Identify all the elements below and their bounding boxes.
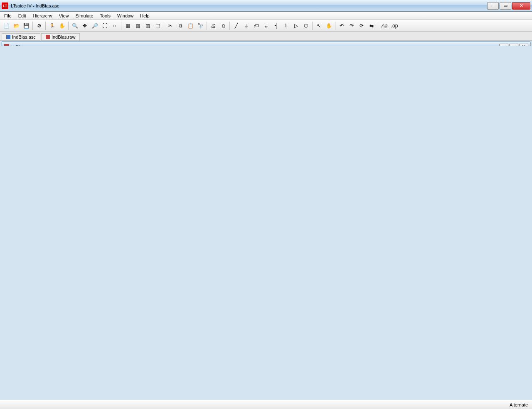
toolbar: 📄 📂 💾 ⚙ 🏃 ✋ 🔍 ✥ 🔎 ⛶ ↔ ▦ ▧ ▨ ⬚ ✂ ⧉ 📋 🔭 🖨 …	[0, 20, 532, 32]
redo-button[interactable]: ↷	[347, 21, 356, 30]
plot-window: IndBias.raw ─ ▭ ✕ V(n001)/I(V2) 15MΩ14MΩ…	[2, 42, 530, 46]
save-button[interactable]: 💾	[22, 21, 31, 30]
window-title: LTspice IV - IndBias.asc	[11, 3, 487, 8]
cut-button[interactable]: ✂	[166, 21, 175, 30]
menu-edit[interactable]: Edit	[15, 12, 30, 19]
find-button[interactable]: 🔭	[196, 21, 205, 30]
resistor-button[interactable]: ⏛	[261, 21, 271, 30]
plot-maximize-button[interactable]: ▭	[509, 44, 518, 46]
pan-button[interactable]: ✥	[80, 21, 89, 30]
rotate-button[interactable]: ⟳	[357, 21, 366, 30]
new-schematic-button[interactable]: 📄	[2, 21, 11, 30]
tab-waveform[interactable]: IndBias.raw	[41, 33, 80, 40]
text-button[interactable]: Aa	[380, 21, 389, 30]
wire-button[interactable]: ╱	[232, 21, 241, 30]
zoom-out-button[interactable]: 🔎	[90, 21, 99, 30]
menu-simulate[interactable]: Simulate	[72, 12, 96, 19]
paste-button[interactable]: 📋	[186, 21, 195, 30]
plot-minimize-button[interactable]: ─	[499, 44, 508, 46]
print-button[interactable]: 🖨	[209, 21, 218, 30]
close-button[interactable]: ✕	[512, 2, 530, 10]
menu-hierarchy[interactable]: Hierarchy	[30, 12, 56, 19]
component-button[interactable]: ⬡	[301, 21, 310, 30]
minimize-button[interactable]: ─	[487, 2, 499, 10]
menu-help[interactable]: Help	[137, 12, 153, 19]
plot-titlebar[interactable]: IndBias.raw ─ ▭ ✕	[2, 42, 530, 46]
drag-button[interactable]: ✋	[324, 21, 333, 30]
menu-file[interactable]: File	[1, 12, 15, 19]
menubar: File Edit Hierarchy View Simulate Tools …	[0, 12, 532, 20]
inductor-button[interactable]: ⌇	[281, 21, 291, 30]
pick-button[interactable]: ⬚	[153, 21, 162, 30]
menu-window[interactable]: Window	[114, 12, 137, 19]
mirror-button[interactable]: ⇋	[367, 21, 376, 30]
tab-label: IndBias.asc	[12, 34, 36, 39]
capacitor-button[interactable]: ┥	[271, 21, 281, 30]
toggle1-button[interactable]: ▦	[123, 21, 132, 30]
label-button[interactable]: 🏷	[251, 21, 261, 30]
titlebar: LT LTspice IV - IndBias.asc ─ ▭ ✕	[0, 0, 532, 12]
maximize-button[interactable]: ▭	[500, 2, 511, 10]
run-button[interactable]: 🏃	[47, 21, 57, 30]
spice-directive-button[interactable]: .op	[390, 21, 399, 30]
waveform-icon	[46, 35, 50, 39]
undo-button[interactable]: ↶	[337, 21, 346, 30]
tabbar: IndBias.asc IndBias.raw	[0, 32, 532, 41]
menu-tools[interactable]: Tools	[96, 12, 114, 19]
app-icon: LT	[2, 2, 8, 9]
setup-button[interactable]: ⎙	[219, 21, 228, 30]
zoom-in-button[interactable]: 🔍	[70, 21, 79, 30]
menu-view[interactable]: View	[56, 12, 72, 19]
plot-title: IndBias.raw	[10, 44, 499, 46]
tab-label: IndBias.raw	[52, 34, 75, 39]
toggle2-button[interactable]: ▧	[133, 21, 142, 30]
toggle3-button[interactable]: ▨	[143, 21, 152, 30]
control-panel-button[interactable]: ⚙	[34, 21, 44, 30]
autorange-button[interactable]: ↔	[110, 21, 119, 30]
open-button[interactable]: 📂	[12, 21, 21, 30]
schematic-icon	[6, 35, 10, 39]
plot-close-button[interactable]: ✕	[519, 44, 528, 46]
ground-button[interactable]: ⏚	[241, 21, 251, 30]
waveform-icon	[4, 44, 9, 46]
zoom-fit-button[interactable]: ⛶	[100, 21, 109, 30]
workspace: IndBias.raw ─ ▭ ✕ V(n001)/I(V2) 15MΩ14MΩ…	[0, 41, 532, 46]
copy-button[interactable]: ⧉	[176, 21, 185, 30]
halt-button[interactable]: ✋	[57, 21, 66, 30]
tab-schematic[interactable]: IndBias.asc	[2, 33, 40, 40]
diode-button[interactable]: ▷	[291, 21, 300, 30]
move-button[interactable]: ↖	[314, 21, 323, 30]
